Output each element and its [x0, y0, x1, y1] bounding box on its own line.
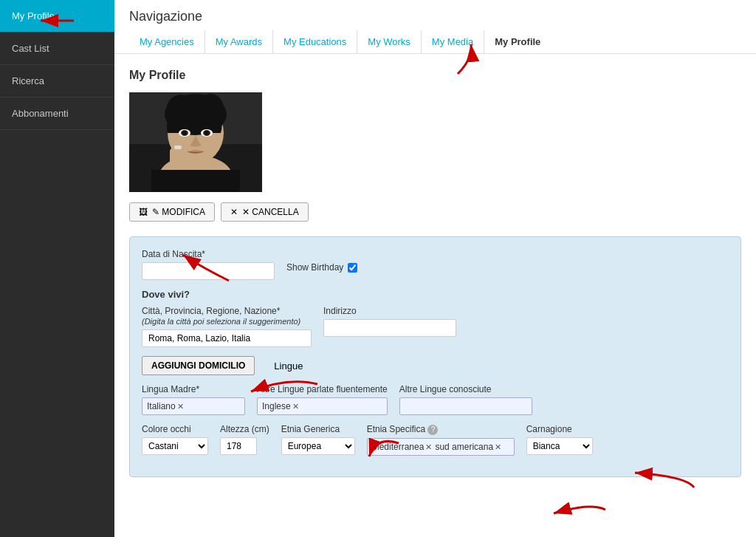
- altre-lingue-parlate-group: Altre Lingue parlate fluentemente Ingles…: [257, 384, 388, 415]
- tab-my-agencies[interactable]: My Agencies: [129, 30, 205, 53]
- data-nascita-group: Data di Nascita*: [142, 249, 275, 280]
- etnia-info-icon[interactable]: ?: [427, 425, 438, 435]
- action-buttons: 🖼 ✎ MODIFICA ✕ ✕ CANCELLA: [129, 202, 741, 222]
- tab-my-awards[interactable]: My Awards: [205, 30, 273, 53]
- altre-lingue-parlate-label: Altre Lingue parlate fluentemente: [257, 384, 388, 394]
- dove-vivi-title: Dove vivi?: [142, 289, 729, 300]
- aggiungi-domicilio-button[interactable]: AGGIUNGI DOMICILIO: [142, 356, 255, 375]
- etnia-generica-label: Etnia Generica: [281, 424, 355, 434]
- domicilio-lingue-row: AGGIUNGI DOMICILIO Lingue: [142, 356, 729, 375]
- sidebar-item-my-profile[interactable]: My Profile: [0, 0, 114, 33]
- profile-form: Data di Nascita* Show Birthday Dove vivi…: [129, 236, 741, 477]
- tab-my-profile[interactable]: My Profile: [484, 30, 551, 53]
- svg-point-9: [182, 131, 187, 135]
- profile-photo: [129, 92, 262, 192]
- carnagione-select[interactable]: Bianca: [526, 437, 593, 455]
- city-row: Città, Provincia, Regione, Nazione* (Dig…: [142, 306, 729, 347]
- navigazione-title: Navigazione: [129, 9, 741, 24]
- show-birthday-checkbox[interactable]: [348, 263, 357, 273]
- altezza-input[interactable]: [220, 437, 257, 455]
- cancella-button[interactable]: ✕ ✕ CANCELLA: [221, 202, 309, 222]
- section-title: My Profile: [129, 69, 741, 82]
- svg-point-12: [205, 131, 209, 135]
- indirizzo-input[interactable]: [323, 319, 456, 337]
- colore-occhi-label: Colore occhi: [142, 424, 208, 434]
- cancella-icon: ✕: [230, 207, 238, 217]
- modifica-icon: 🖼: [139, 207, 148, 217]
- page-content: My Profile: [114, 54, 756, 537]
- physical-row: Colore occhi Castani Altezza (cm) Etnia …: [142, 424, 729, 456]
- etnia-generica-select[interactable]: Europea: [281, 437, 355, 455]
- citta-group: Città, Provincia, Regione, Nazione* (Dig…: [142, 306, 312, 347]
- lingua-madre-label: Lingua Madre*: [142, 384, 245, 394]
- tab-my-educations[interactable]: My Educations: [273, 30, 357, 53]
- etnia-specifica-group: Etnia Specifica ? Mediterranea ✕ sud ame…: [367, 424, 515, 456]
- altre-lingue-parlate-input[interactable]: Inglese ✕: [257, 397, 388, 415]
- altezza-label: Altezza (cm): [220, 424, 269, 434]
- navigation-tabs: My Agencies My Awards My Educations My W…: [129, 30, 741, 53]
- data-nascita-input[interactable]: [142, 262, 275, 280]
- citta-label: Città, Provincia, Regione, Nazione* (Dig…: [142, 306, 312, 326]
- lingua-madre-group: Lingua Madre* Italiano ✕: [142, 384, 245, 415]
- altre-lingue-conosciute-group: Altre Lingue conosciute: [399, 384, 532, 415]
- svg-rect-14: [175, 137, 181, 153]
- modifica-button[interactable]: 🖼 ✎ MODIFICA: [129, 202, 215, 222]
- altre-lingue-parlate-tag: Inglese ✕: [262, 401, 299, 411]
- main-content: Navigazione My Agencies My Awards My Edu…: [114, 0, 756, 537]
- colore-occhi-select[interactable]: Castani: [142, 437, 208, 455]
- profile-photo-svg: [129, 92, 262, 192]
- lingue-label: Lingue: [274, 360, 303, 372]
- altre-lingue-conosciute-label: Altre Lingue conosciute: [399, 384, 532, 394]
- etnia-specifica-label: Etnia Specifica ?: [367, 424, 515, 435]
- svg-rect-17: [151, 170, 240, 192]
- page-header: Navigazione My Agencies My Awards My Edu…: [114, 0, 756, 54]
- tab-my-works[interactable]: My Works: [357, 30, 422, 53]
- etnia-tag1-remove[interactable]: ✕: [425, 442, 432, 452]
- etnia-tag-mediterranea: Mediterranea ✕: [372, 442, 433, 452]
- colore-occhi-group: Colore occhi Castani: [142, 424, 208, 455]
- data-nascita-row: Data di Nascita* Show Birthday: [142, 249, 729, 280]
- sidebar: My Profile Cast List Ricerca Abbonamenti: [0, 0, 114, 537]
- show-birthday-group: Show Birthday: [286, 262, 357, 273]
- lingua-madre-input[interactable]: Italiano ✕: [142, 397, 245, 415]
- show-birthday-label: Show Birthday: [286, 262, 343, 273]
- sidebar-item-cast-list[interactable]: Cast List: [0, 33, 114, 65]
- citta-input[interactable]: [142, 329, 312, 347]
- altre-lingue-conosciute-input[interactable]: [399, 397, 532, 415]
- tab-my-media[interactable]: My Media: [422, 30, 484, 53]
- carnagione-group: Carnagione Bianca: [526, 424, 593, 455]
- etnia-tag2-remove[interactable]: ✕: [495, 442, 501, 452]
- sidebar-item-ricerca[interactable]: Ricerca: [0, 65, 114, 98]
- svg-rect-16: [174, 146, 182, 149]
- indirizzo-group: Indirizzo: [323, 306, 456, 337]
- altezza-group: Altezza (cm): [220, 424, 269, 455]
- sidebar-item-abbonamenti[interactable]: Abbonamenti: [0, 98, 114, 130]
- svg-rect-15: [182, 138, 188, 153]
- profile-photo-container: [129, 92, 741, 192]
- carnagione-label: Carnagione: [526, 424, 593, 434]
- altre-lingue-parlate-remove[interactable]: ✕: [292, 402, 299, 411]
- etnia-generica-group: Etnia Generica Europea: [281, 424, 355, 455]
- etnia-tag-sudamericana: sud americana ✕: [435, 442, 501, 452]
- indirizzo-label: Indirizzo: [323, 306, 456, 316]
- lingua-madre-tag: Italiano ✕: [147, 401, 184, 411]
- lingua-madre-remove[interactable]: ✕: [177, 402, 184, 411]
- lingue-row: Lingua Madre* Italiano ✕ Altre Lingue pa…: [142, 384, 729, 415]
- data-nascita-label: Data di Nascita*: [142, 249, 275, 259]
- etnia-specifica-input[interactable]: Mediterranea ✕ sud americana ✕: [367, 438, 515, 456]
